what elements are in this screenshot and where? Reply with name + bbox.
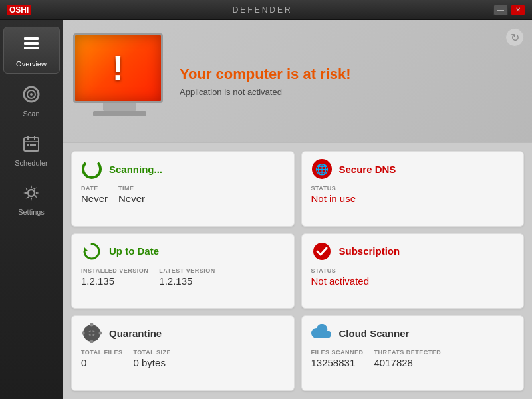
latest-version-field: LATEST VERSION 1.2.135 xyxy=(159,267,215,302)
sidebar-label-scheduler: Scheduler xyxy=(15,159,48,167)
up-to-date-fields: INSTALLED VERSION 1.2.135 LATEST VERSION… xyxy=(81,267,285,302)
files-scanned-field: FILES SCANNED 13258831 xyxy=(311,349,364,384)
sidebar-item-scheduler[interactable]: Scheduler xyxy=(3,126,60,172)
subscription-icon xyxy=(311,241,332,262)
scanning-icon xyxy=(81,158,102,180)
sidebar-item-scan[interactable]: Scan xyxy=(3,77,60,123)
up-to-date-title: Up to Date xyxy=(109,245,159,257)
subscription-title: Subscription xyxy=(339,245,400,257)
total-size-label: TOTAL SIZE xyxy=(134,349,172,356)
up-to-date-header: Up to Date xyxy=(81,241,285,262)
quarantine-icon xyxy=(81,323,102,344)
subscription-header: Subscription xyxy=(311,241,515,262)
svg-rect-10 xyxy=(27,144,29,146)
total-files-label: TOTAL FILES xyxy=(81,349,123,356)
secure-dns-status-field: STATUS Not in use xyxy=(311,185,356,219)
scanning-card: Scanning... DATE Never TIME Never xyxy=(71,151,295,227)
installed-version-field: INSTALLED VERSION 1.2.135 xyxy=(81,267,148,302)
warning-icon: ! xyxy=(112,51,124,85)
svg-point-15 xyxy=(313,243,331,260)
scanning-date-field: DATE Never xyxy=(81,185,108,219)
cards-grid: Scanning... DATE Never TIME Never xyxy=(63,143,532,399)
svg-rect-2 xyxy=(24,47,39,49)
total-files-value: 0 xyxy=(81,357,123,368)
globe-icon: 🌐 xyxy=(312,159,332,179)
files-scanned-value: 13258831 xyxy=(311,357,364,368)
total-files-field: TOTAL FILES 0 xyxy=(81,349,123,384)
secure-dns-title: Secure DNS xyxy=(339,164,396,175)
cloud-scanner-icon xyxy=(311,323,332,344)
files-scanned-label: FILES SCANNED xyxy=(311,349,364,356)
secure-dns-status-value: Not in use xyxy=(311,193,356,204)
content-area: ! Your computer is at risk! Application … xyxy=(63,20,532,399)
subscription-status-label: STATUS xyxy=(311,267,370,274)
sidebar-item-overview[interactable]: Overview xyxy=(3,27,60,74)
up-to-date-card: Up to Date INSTALLED VERSION 1.2.135 LAT… xyxy=(71,233,295,309)
sidebar-label-overview: Overview xyxy=(16,60,47,68)
close-button[interactable]: ✕ xyxy=(511,5,525,15)
secure-dns-icon: 🌐 xyxy=(311,158,332,180)
hero-subtitle: Application is not activated xyxy=(180,87,519,97)
total-size-field: TOTAL SIZE 0 bytes xyxy=(134,349,172,384)
app-logo: OSHI xyxy=(7,5,31,15)
svg-rect-11 xyxy=(30,144,33,146)
hero-section: ! Your computer is at risk! Application … xyxy=(63,20,532,143)
quarantine-fields: TOTAL FILES 0 TOTAL SIZE 0 bytes xyxy=(81,349,285,384)
threats-detected-value: 4017828 xyxy=(374,357,442,368)
secure-dns-card: 🌐 Secure DNS STATUS Not in use xyxy=(301,151,525,227)
scanning-time-value: Never xyxy=(118,193,145,204)
svg-rect-1 xyxy=(24,42,39,45)
svg-rect-0 xyxy=(24,37,39,40)
latest-version-label: LATEST VERSION xyxy=(159,267,215,274)
monitor-stand xyxy=(103,103,136,111)
title-bar: OSHI DEFENDER — ✕ xyxy=(0,0,532,20)
scanning-time-field: TIME Never xyxy=(118,185,145,219)
svg-point-5 xyxy=(30,93,33,96)
cloud-scanner-title: Cloud Scanner xyxy=(339,328,410,339)
svg-point-13 xyxy=(28,190,35,196)
scheduler-icon xyxy=(19,132,43,156)
settings-icon xyxy=(19,181,43,205)
sidebar-label-scan: Scan xyxy=(23,110,39,118)
logo-box: OSHI xyxy=(7,5,31,15)
app-title: DEFENDER xyxy=(233,5,293,15)
secure-dns-header: 🌐 Secure DNS xyxy=(311,158,515,180)
cloud-scanner-header: Cloud Scanner xyxy=(311,323,515,344)
scanning-card-header: Scanning... xyxy=(81,158,285,180)
subscription-status-value: Not activated xyxy=(311,275,370,287)
installed-version-value: 1.2.135 xyxy=(81,275,148,287)
minimize-button[interactable]: — xyxy=(493,5,508,15)
scanning-time-label: TIME xyxy=(118,185,145,192)
total-size-value: 0 bytes xyxy=(134,357,172,368)
cloud-scanner-fields: FILES SCANNED 13258831 THREATS DETECTED … xyxy=(311,349,515,384)
scanning-fields: DATE Never TIME Never xyxy=(81,185,285,219)
installed-version-label: INSTALLED VERSION xyxy=(81,267,148,274)
cloud-scanner-card: Cloud Scanner FILES SCANNED 13258831 THR… xyxy=(301,315,525,391)
monitor-screen: ! xyxy=(73,33,163,103)
hero-title: Your computer is at risk! xyxy=(180,66,519,83)
scan-icon xyxy=(19,82,43,106)
monitor-base xyxy=(93,111,146,116)
subscription-fields: STATUS Not activated xyxy=(311,267,515,302)
app-body: Overview Scan xyxy=(0,20,532,399)
sidebar-label-settings: Settings xyxy=(18,208,45,216)
threats-detected-field: THREATS DETECTED 4017828 xyxy=(374,349,442,384)
threats-detected-label: THREATS DETECTED xyxy=(374,349,442,356)
window-controls: — ✕ xyxy=(493,5,525,15)
secure-dns-fields: STATUS Not in use xyxy=(311,185,515,219)
overview-icon xyxy=(19,33,43,57)
quarantine-header: Quarantine xyxy=(81,323,285,344)
update-icon xyxy=(81,241,102,262)
refresh-button[interactable]: ↻ xyxy=(505,28,524,47)
subscription-card: Subscription STATUS Not activated xyxy=(301,233,525,309)
secure-dns-status-label: STATUS xyxy=(311,185,356,192)
svg-marker-14 xyxy=(84,247,88,251)
sidebar-item-settings[interactable]: Settings xyxy=(3,176,60,221)
svg-rect-12 xyxy=(33,144,36,146)
monitor-graphic: ! xyxy=(73,33,166,130)
quarantine-card: Quarantine TOTAL FILES 0 TOTAL SIZE 0 by… xyxy=(71,315,295,391)
quarantine-title: Quarantine xyxy=(109,328,162,339)
sidebar: Overview Scan xyxy=(0,20,63,399)
hero-text: Your computer is at risk! Application is… xyxy=(180,66,519,97)
scanning-date-label: DATE xyxy=(81,185,108,192)
